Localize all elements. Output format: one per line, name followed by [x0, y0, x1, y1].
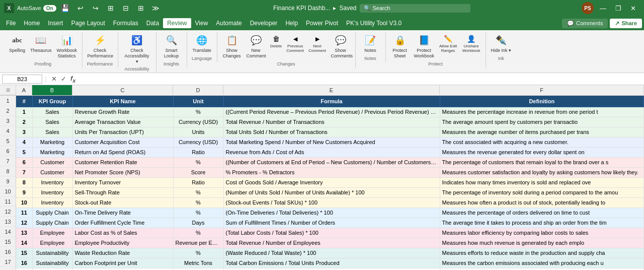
row-num-18[interactable]: 18: [0, 267, 16, 270]
hide-ink-button[interactable]: ✒️ Hide Ink ▾: [489, 32, 514, 54]
cell-group[interactable]: Customer: [32, 157, 72, 167]
new-comment-button[interactable]: 💬 New Comment: [245, 32, 268, 60]
cell-definition[interactable]: Measures how often a product is out of s…: [440, 197, 644, 208]
cell-group[interactable]: Supply Chain: [32, 208, 72, 218]
row-num-6[interactable]: 6: [0, 146, 16, 156]
cell-name[interactable]: Order Fulfillment Cycle Time: [72, 218, 173, 228]
cell-group[interactable]: Supply Chain: [32, 218, 72, 228]
cell-name[interactable]: Sell-Through Rate: [72, 187, 173, 197]
cell-formula[interactable]: Total Marketing Spend / Number of New Cu…: [223, 137, 440, 147]
cell-name[interactable]: Net Promoter Score (NPS): [72, 167, 173, 177]
cell-hash[interactable]: 12: [16, 218, 32, 228]
cell-formula[interactable]: Sum of Fulfillment Times / Number of Ord…: [223, 218, 440, 228]
cell-definition[interactable]: Measures the percentage increase in reve…: [440, 107, 644, 117]
restore-button[interactable]: ❐: [611, 4, 625, 13]
cell-hash[interactable]: 2: [16, 117, 32, 127]
row-num-12[interactable]: 12: [0, 207, 16, 217]
cell-formula[interactable]: Total Units Sold / Number of Transaction…: [223, 127, 440, 137]
row-num-5[interactable]: 5: [0, 136, 16, 146]
menu-pk-utility[interactable]: PK's Utility Tool V3.0: [342, 18, 406, 28]
cell-name[interactable]: Customer Acquisition Cost: [72, 137, 173, 147]
cell-definition[interactable]: Measures the revenue generated for every…: [440, 147, 644, 157]
row-num-8[interactable]: 8: [0, 166, 16, 176]
cell-unit[interactable]: Currency (USD): [173, 117, 223, 127]
notes-button[interactable]: 📝 Notes: [360, 32, 380, 54]
cell-definition[interactable]: The cost associated with acquiring a new…: [440, 137, 644, 147]
cell-hash[interactable]: 10: [16, 197, 32, 208]
table-row-empty[interactable]: [16, 268, 644, 270]
row-num-4[interactable]: 4: [0, 126, 16, 136]
cell-definition[interactable]: The average amount spent by customers pe…: [440, 117, 644, 127]
cell-formula[interactable]: Total Revenue / Number of Employees: [223, 238, 440, 248]
format-btn[interactable]: ⊟: [120, 2, 132, 14]
undo-button[interactable]: ↩: [74, 2, 87, 14]
row-num-17[interactable]: 17: [0, 257, 16, 267]
cell-formula[interactable]: (Total Labor Costs / Total Sales) * 100: [223, 228, 440, 238]
cell-group[interactable]: Employee: [32, 238, 72, 248]
autosave-on[interactable]: On: [43, 5, 56, 12]
delete-comment-button[interactable]: 🗑 Delete: [269, 32, 284, 50]
thesaurus-button[interactable]: 📖 Thesaurus: [28, 32, 54, 54]
unshare-workbook-button[interactable]: 👤 Unshare Workbook: [460, 32, 482, 54]
cell-name[interactable]: Carbon Footprint per Unit: [72, 258, 173, 268]
cell-group[interactable]: Sales: [32, 107, 72, 117]
cell-unit[interactable]: %: [173, 228, 223, 238]
cell-unit[interactable]: Ratio: [173, 177, 223, 187]
more-btn[interactable]: ≫: [150, 2, 162, 14]
cell-hash[interactable]: 8: [16, 177, 32, 187]
row-num-14[interactable]: 14: [0, 227, 16, 237]
cell-group[interactable]: Inventory: [32, 197, 72, 208]
cell-formula[interactable]: (Number of Units Sold / Number of Units …: [223, 187, 440, 197]
table-row[interactable]: 14 Employee Employee Productivity Revenu…: [16, 238, 644, 248]
cell-group[interactable]: Employee: [32, 228, 72, 238]
cell-hash[interactable]: 11: [16, 208, 32, 218]
cell-formula[interactable]: Revenue from Ads / Cost of Ads: [223, 147, 440, 157]
menu-insert[interactable]: Insert: [44, 18, 67, 28]
cell-unit[interactable]: %: [173, 208, 223, 218]
cell-name[interactable]: Employee Productivity: [72, 238, 173, 248]
table-row[interactable]: 10 Inventory Stock-out Rate % (Stock-out…: [16, 197, 644, 208]
menu-page-layout[interactable]: Page Layout: [67, 18, 109, 28]
cell-definition[interactable]: Measures labor efficiency by comparing l…: [440, 228, 644, 238]
cell-unit[interactable]: Units: [173, 127, 223, 137]
confirm-formula-icon[interactable]: ✓: [59, 75, 68, 83]
row-num-10[interactable]: 10: [0, 186, 16, 196]
cell-name[interactable]: Waste Reduction Rate: [72, 248, 173, 258]
menu-review[interactable]: Review: [163, 18, 191, 28]
smart-lookup-button[interactable]: 🔍 Smart Lookup: [159, 32, 184, 60]
cell-formula[interactable]: ((Current Period Revenue – Previous Peri…: [223, 107, 440, 117]
cell-group[interactable]: Inventory: [32, 177, 72, 187]
menu-data[interactable]: Data: [142, 18, 163, 28]
table-row[interactable]: 7 Customer Net Promoter Score (NPS) Scor…: [16, 167, 644, 177]
menu-file[interactable]: File: [2, 18, 20, 28]
prev-comment-button[interactable]: ◀ Previous Comment: [285, 32, 306, 54]
cell-definition[interactable]: The percentage of inventory sold during …: [440, 187, 644, 197]
cell-unit[interactable]: Metric Tons: [173, 258, 223, 268]
col-header-d[interactable]: D: [173, 85, 223, 95]
table-row[interactable]: 16 Sustainability Carbon Footprint per U…: [16, 258, 644, 268]
table-btn[interactable]: ⊞: [135, 2, 147, 14]
cell-unit[interactable]: Revenue per Employee: [173, 238, 223, 248]
protect-workbook-button[interactable]: 📘 Protect Workbook: [412, 32, 436, 60]
cell-definition[interactable]: Measures the average number of items pur…: [440, 127, 644, 137]
cell-formula[interactable]: % Promoters - % Detractors: [223, 167, 440, 177]
cell-definition[interactable]: Measures how much revenue is generated b…: [440, 238, 644, 248]
next-comment-button[interactable]: ▶ Next Comment: [307, 32, 328, 54]
cell-unit[interactable]: %: [173, 197, 223, 208]
cell-name[interactable]: On-Time Delivery Rate: [72, 208, 173, 218]
row-num-15[interactable]: 15: [0, 237, 16, 247]
cell-unit[interactable]: %: [173, 248, 223, 258]
cell-name[interactable]: Inventory Turnover: [72, 177, 173, 187]
cell-definition[interactable]: Indicates how many times inventory is so…: [440, 177, 644, 187]
check-accessibility-button[interactable]: ♿ Check Accessibility ▾: [121, 32, 153, 65]
menu-formulas[interactable]: Formulas: [109, 18, 142, 28]
cell-name[interactable]: Customer Retention Rate: [72, 157, 173, 167]
menu-automate[interactable]: Automate: [212, 18, 246, 28]
close-button[interactable]: ✕: [626, 4, 640, 13]
col-header-f[interactable]: F: [440, 85, 644, 95]
table-row[interactable]: 6 Customer Customer Retention Rate % ((N…: [16, 157, 644, 167]
cell-formula[interactable]: (Stock-out Events / Total SKUs) * 100: [223, 197, 440, 208]
table-row[interactable]: 11 Supply Chain On-Time Delivery Rate % …: [16, 208, 644, 218]
col-header-a[interactable]: A: [16, 85, 32, 95]
menu-developer[interactable]: Developer: [246, 18, 282, 28]
